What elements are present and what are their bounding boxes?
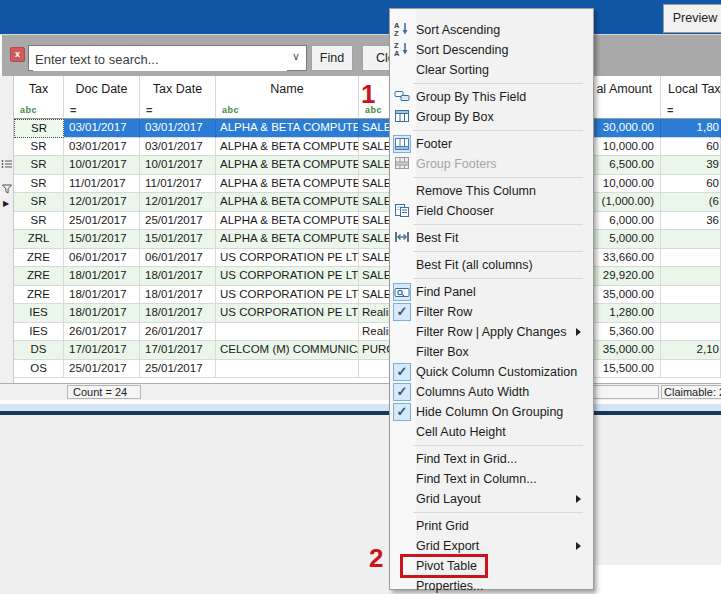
search-input[interactable] — [33, 47, 287, 71]
table-row[interactable]: SR12/01/201712/01/2017ALPHA & BETA COMPU… — [14, 193, 721, 212]
close-search-icon[interactable]: x — [10, 47, 25, 62]
menu-item-field-chooser[interactable]: Field Chooser — [390, 201, 593, 221]
table-row[interactable]: DS17/01/201717/01/2017CELCOM (M) COMMUNI… — [14, 341, 721, 360]
cell-local_tax[interactable] — [661, 249, 721, 268]
table-row[interactable]: SR11/01/201711/01/2017ALPHA & BETA COMPU… — [14, 175, 721, 194]
menu-item-filter-box[interactable]: Filter Box — [390, 342, 593, 362]
cell-tax[interactable]: SR — [14, 156, 64, 175]
cell-name[interactable]: US CORPORATION PE LTD — [216, 304, 359, 323]
cell-tax_date[interactable]: 15/01/2017 — [140, 230, 216, 249]
cell-doc_date[interactable]: 17/01/2017 — [64, 341, 140, 360]
menu-item-footer[interactable]: Footer — [390, 134, 593, 154]
menu-item-best-fit[interactable]: Best Fit — [390, 228, 593, 248]
table-row[interactable]: OS25/01/201725/01/201715,500.00 — [14, 360, 721, 379]
table-row[interactable]: ZRL15/01/201715/01/2017ALPHA & BETA COMP… — [14, 230, 721, 249]
cell-tax[interactable]: ZRL — [14, 230, 64, 249]
find-button[interactable]: Find — [311, 45, 353, 71]
menu-item-grid-layout[interactable]: Grid Layout — [390, 489, 593, 509]
cell-name[interactable]: ALPHA & BETA COMPUTER — [216, 156, 359, 175]
menu-item-sort-ascending[interactable]: AZSort Ascending — [390, 20, 593, 40]
cell-name[interactable]: ALPHA & BETA COMPUTER — [216, 193, 359, 212]
cell-doc_date[interactable]: 18/01/2017 — [64, 286, 140, 305]
cell-local_tax[interactable]: 2,10 — [661, 341, 721, 360]
cell-local_tax[interactable]: 1,80 — [661, 119, 721, 138]
cell-tax[interactable]: IES — [14, 323, 64, 342]
cell-tax_date[interactable]: 18/01/2017 — [140, 286, 216, 305]
cell-name[interactable]: ALPHA & BETA COMPUTER — [216, 119, 359, 138]
filter-funnel-icon[interactable] — [2, 180, 12, 198]
table-row[interactable]: IES18/01/201718/01/2017US CORPORATION PE… — [14, 304, 721, 323]
table-row[interactable]: ZRE18/01/201718/01/2017US CORPORATION PE… — [14, 267, 721, 286]
filter-cell-tax_date[interactable]: = — [140, 103, 216, 119]
cell-doc_date[interactable]: 03/01/2017 — [64, 119, 140, 138]
cell-tax[interactable]: SR — [14, 175, 64, 194]
cell-tax_date[interactable]: 25/01/2017 — [140, 360, 216, 379]
cell-tax[interactable]: ZRE — [14, 249, 64, 268]
column-header-local_tax[interactable]: Local Tax Am — [661, 76, 721, 103]
cell-name[interactable]: ALPHA & BETA COMPUTER — [216, 230, 359, 249]
cell-name[interactable]: ALPHA & BETA COMPUTER — [216, 175, 359, 194]
cell-doc_date[interactable]: 25/01/2017 — [64, 212, 140, 231]
cell-tax[interactable]: SR — [14, 138, 64, 157]
cell-tax_date[interactable]: 06/01/2017 — [140, 249, 216, 268]
cell-name[interactable]: CELCOM (M) COMMUNICA... — [216, 341, 359, 360]
search-combobox[interactable]: ∨ — [28, 45, 307, 71]
cell-doc_date[interactable]: 10/01/2017 — [64, 156, 140, 175]
preview-button[interactable]: Preview — [663, 4, 721, 33]
cell-tax_date[interactable]: 03/01/2017 — [140, 119, 216, 138]
menu-item-grid-export[interactable]: Grid Export — [390, 536, 593, 556]
menu-item-find-text-in-column[interactable]: Find Text in Column... — [390, 469, 593, 489]
cell-name[interactable] — [216, 360, 359, 379]
table-row[interactable]: SR03/01/201703/01/2017ALPHA & BETA COMPU… — [14, 138, 721, 157]
cell-doc_date[interactable]: 26/01/2017 — [64, 323, 140, 342]
menu-item-find-panel[interactable]: Find Panel — [390, 282, 593, 302]
menu-item-group-by-box[interactable]: Group By Box — [390, 107, 593, 127]
column-header-tax_date[interactable]: Tax Date — [140, 76, 216, 103]
menu-item-cell-auto-height[interactable]: Cell Auto Height — [390, 422, 593, 442]
cell-local_tax[interactable] — [661, 323, 721, 342]
cell-local_tax[interactable] — [661, 267, 721, 286]
cell-tax_date[interactable]: 10/01/2017 — [140, 156, 216, 175]
cell-doc_date[interactable]: 03/01/2017 — [64, 138, 140, 157]
cell-tax[interactable]: ZRE — [14, 286, 64, 305]
cell-tax[interactable]: SR — [14, 119, 64, 138]
cell-tax_date[interactable]: 18/01/2017 — [140, 304, 216, 323]
menu-item-quick-column-customization[interactable]: ✓Quick Column Customization — [390, 362, 593, 382]
column-header-tax[interactable]: Tax — [14, 76, 64, 103]
cell-name[interactable] — [216, 323, 359, 342]
cell-doc_date[interactable]: 25/01/2017 — [64, 360, 140, 379]
filter-cell-local_tax[interactable]: = — [661, 103, 721, 119]
cell-tax[interactable]: DS — [14, 341, 64, 360]
cell-tax_date[interactable]: 25/01/2017 — [140, 212, 216, 231]
cell-local_tax[interactable] — [661, 286, 721, 305]
cell-tax_date[interactable]: 26/01/2017 — [140, 323, 216, 342]
cell-doc_date[interactable]: 18/01/2017 — [64, 267, 140, 286]
cell-name[interactable]: ALPHA & BETA COMPUTER — [216, 138, 359, 157]
cell-local_tax[interactable] — [661, 360, 721, 379]
cell-local_tax[interactable]: 60 — [661, 175, 721, 194]
table-row[interactable]: ZRE18/01/201718/01/2017US CORPORATION PE… — [14, 286, 721, 305]
cell-tax[interactable]: IES — [14, 304, 64, 323]
filter-cell-name[interactable]: abc — [216, 103, 359, 119]
horizontal-scrollbar[interactable] — [0, 403, 721, 411]
column-header-doc_date[interactable]: Doc Date — [64, 76, 140, 103]
menu-item-clear-sorting[interactable]: Clear Sorting — [390, 60, 593, 80]
cell-tax_date[interactable]: 11/01/2017 — [140, 175, 216, 194]
cell-tax[interactable]: SR — [14, 193, 64, 212]
filter-cell-doc_date[interactable]: = — [64, 103, 140, 119]
table-row[interactable]: ZRE06/01/201706/01/2017US CORPORATION PE… — [14, 249, 721, 268]
menu-item-find-text-in-grid[interactable]: Find Text in Grid... — [390, 449, 593, 469]
menu-item-best-fit-all-columns[interactable]: Best Fit (all columns) — [390, 255, 593, 275]
cell-name[interactable]: US CORPORATION PE LTD — [216, 286, 359, 305]
cell-local_tax[interactable]: (6 — [661, 193, 721, 212]
cell-tax_date[interactable]: 17/01/2017 — [140, 341, 216, 360]
cell-local_tax[interactable]: 39 — [661, 156, 721, 175]
cell-tax[interactable]: OS — [14, 360, 64, 379]
filter-cell-tax[interactable]: abc — [14, 103, 64, 119]
table-row[interactable]: SR10/01/201710/01/2017ALPHA & BETA COMPU… — [14, 156, 721, 175]
cell-doc_date[interactable]: 15/01/2017 — [64, 230, 140, 249]
cell-local_tax[interactable]: 36 — [661, 212, 721, 231]
menu-item-print-grid[interactable]: Print Grid — [390, 516, 593, 536]
menu-item-remove-this-column[interactable]: Remove This Column — [390, 181, 593, 201]
cell-tax[interactable]: ZRE — [14, 267, 64, 286]
